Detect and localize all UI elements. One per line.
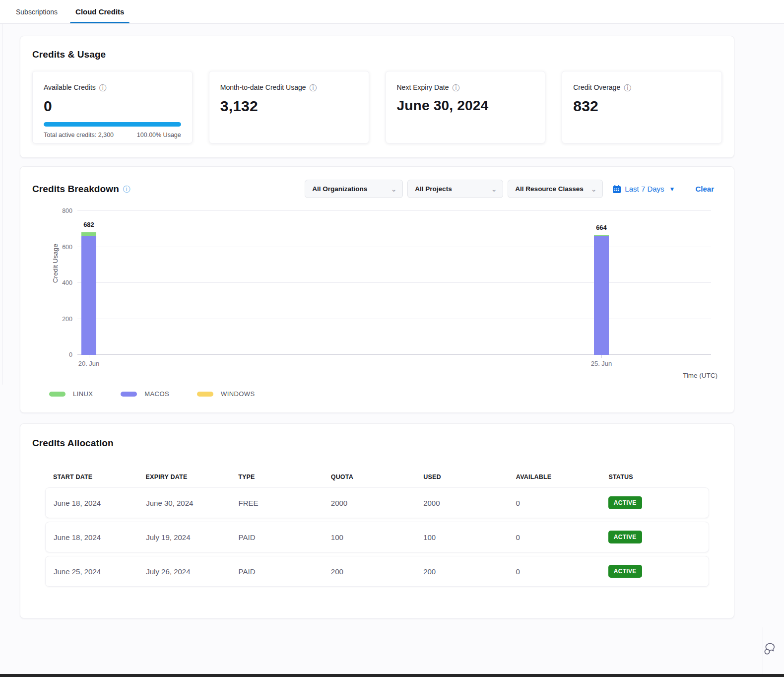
usage-percent: 100.00% Usage: [137, 132, 181, 138]
y-tick-label: 400: [52, 279, 72, 286]
tab-subscriptions[interactable]: Subscriptions: [11, 0, 63, 23]
y-tick-label: 200: [52, 316, 72, 323]
calendar-icon: [612, 185, 621, 194]
column-header: STATUS: [608, 474, 701, 480]
cell-quota: 2000: [331, 499, 423, 507]
available-credits-value: 0: [44, 98, 181, 115]
credit-usage-chart: Credit Usage 020040060080068220. Jun6642…: [32, 211, 722, 398]
active-tab-indicator: [70, 22, 130, 23]
mtd-usage-value: 3,132: [220, 98, 358, 115]
stacked-bar[interactable]: [594, 235, 609, 355]
legend-label: LINUX: [73, 390, 93, 398]
column-header: EXPIRY DATE: [146, 474, 239, 480]
cell-used: 200: [423, 567, 516, 576]
column-header: USED: [423, 474, 516, 480]
legend-label: MACOS: [144, 390, 169, 398]
tab-cloud-credits-label: Cloud Credits: [75, 7, 124, 16]
caret-down-icon: ▼: [669, 186, 675, 193]
cell-available: 0: [516, 499, 608, 507]
table-row[interactable]: June 18, 2024July 19, 2024PAID1001000ACT…: [45, 522, 709, 552]
legend-item[interactable]: WINDOWS: [197, 390, 255, 398]
credits-breakdown-title: Credits Breakdown: [32, 184, 119, 195]
info-icon[interactable]: ⓘ: [453, 84, 460, 91]
credits-usage-title: Credits & Usage: [32, 49, 722, 60]
tab-subscriptions-label: Subscriptions: [16, 8, 58, 16]
cell-used: 2000: [423, 499, 516, 507]
clear-filters-button[interactable]: Clear: [695, 185, 714, 193]
table-row[interactable]: June 25, 2024July 26, 2024PAID2002000ACT…: [45, 556, 709, 587]
cell-start-date: June 18, 2024: [54, 499, 146, 507]
x-axis-title: Time (UTC): [32, 372, 718, 379]
info-icon[interactable]: ⓘ: [99, 84, 107, 91]
cell-quota: 200: [331, 567, 423, 576]
chart-legend: LINUXMACOSWINDOWS: [49, 390, 722, 398]
chevron-down-icon: ⌄: [491, 185, 497, 193]
table-row[interactable]: June 18, 2024June 30, 2024FREE200020000A…: [45, 487, 709, 518]
credit-overage-value: 832: [573, 98, 711, 115]
info-icon[interactable]: ⓘ: [624, 84, 631, 91]
organizations-select[interactable]: All Organizations ⌄: [305, 180, 403, 198]
bar-segment-macos: [81, 236, 96, 355]
cell-type: PAID: [239, 533, 331, 542]
stacked-bar[interactable]: [81, 232, 96, 355]
support-chat-button[interactable]: [763, 641, 778, 658]
available-credits-label: Available Credits: [44, 83, 96, 91]
gridline: [77, 210, 711, 211]
credits-allocation-table: START DATEEXPIRY DATETYPEQUOTAUSEDAVAILA…: [45, 474, 709, 587]
gridline: [77, 282, 711, 283]
x-tick-label: 20. Jun: [66, 360, 111, 367]
tab-cloud-credits[interactable]: Cloud Credits: [70, 0, 129, 23]
legend-item[interactable]: LINUX: [49, 390, 93, 398]
chevron-down-icon: ⌄: [391, 185, 397, 193]
cell-status: ACTIVE: [608, 531, 701, 543]
status-badge: ACTIVE: [608, 531, 642, 543]
cell-status: ACTIVE: [608, 496, 701, 509]
bar-total-label: 664: [587, 224, 616, 231]
info-icon[interactable]: ⓘ: [310, 84, 317, 91]
legend-swatch: [197, 392, 213, 397]
mtd-usage-label: Month-to-date Credit Usage: [220, 83, 306, 91]
column-header: QUOTA: [331, 474, 424, 480]
projects-select[interactable]: All Projects ⌄: [407, 180, 503, 198]
x-tick-label: 25. Jun: [579, 360, 624, 367]
left-panel-divider: [2, 24, 3, 385]
next-expiry-card: Next Expiry Date ⓘ June 30, 2024: [386, 71, 546, 143]
credits-usage-card: Credits & Usage Available Credits ⓘ 0 To…: [20, 36, 734, 158]
chevron-down-icon: ⌄: [591, 185, 597, 193]
gridline: [77, 354, 711, 355]
y-tick-label: 800: [52, 207, 72, 214]
cell-available: 0: [516, 567, 608, 576]
gridline: [77, 247, 711, 247]
x-tick-mark: [89, 355, 89, 358]
legend-label: WINDOWS: [221, 390, 255, 398]
y-tick-label: 0: [52, 351, 72, 358]
cell-quota: 100: [331, 533, 423, 542]
legend-item[interactable]: MACOS: [121, 390, 169, 398]
status-badge: ACTIVE: [608, 565, 642, 578]
window-bottom-edge: [0, 674, 784, 677]
cell-used: 100: [423, 533, 516, 542]
info-icon[interactable]: ⓘ: [123, 185, 131, 193]
cell-start-date: June 25, 2024: [54, 567, 146, 576]
bar-segment-linux: [81, 232, 96, 236]
total-active-credits: Total active credits: 2,300: [44, 132, 114, 138]
cell-expiry-date: June 30, 2024: [146, 499, 238, 507]
cell-start-date: June 18, 2024: [54, 533, 146, 542]
cell-status: ACTIVE: [608, 565, 701, 578]
projects-select-value: All Projects: [415, 185, 452, 193]
date-range-picker[interactable]: Last 7 Days ▼: [612, 185, 675, 194]
chart-plot-area: Credit Usage 020040060080068220. Jun6642…: [77, 211, 711, 355]
cell-expiry-date: July 19, 2024: [146, 533, 238, 542]
credits-allocation-card: Credits Allocation START DATEEXPIRY DATE…: [20, 423, 734, 618]
legend-swatch: [121, 392, 137, 397]
credit-overage-card: Credit Overage ⓘ 832: [562, 71, 722, 143]
column-header: AVAILABLE: [516, 474, 609, 480]
cell-available: 0: [516, 533, 608, 542]
resource-classes-select[interactable]: All Resource Classes ⌄: [508, 180, 603, 198]
y-tick-label: 600: [52, 244, 72, 251]
column-header: START DATE: [53, 474, 146, 480]
credit-usage-progress-fill: [44, 122, 181, 127]
bar-segment-macos: [594, 236, 609, 355]
legend-swatch: [49, 392, 65, 397]
chat-bubbles-icon: [763, 641, 778, 656]
